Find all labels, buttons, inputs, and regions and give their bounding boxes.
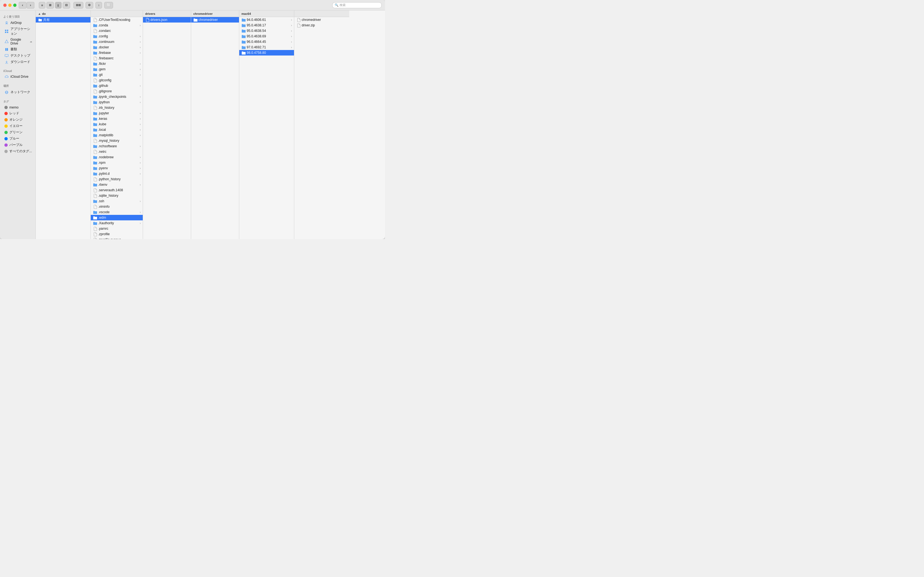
list-item[interactable]: .keras›: [91, 116, 143, 121]
file-icon: [145, 18, 150, 22]
sidebar-item-apps[interactable]: アプリケーション: [1, 26, 34, 37]
maximize-button[interactable]: [13, 3, 16, 7]
list-item[interactable]: .gem›: [91, 66, 143, 72]
folder-icon: [93, 67, 97, 71]
sidebar-item-tag-yellow[interactable]: イエロー: [1, 123, 34, 129]
list-item[interactable]: driver.zip: [294, 23, 349, 28]
sidebar-item-tag-orange[interactable]: オレンジ: [1, 116, 34, 123]
folder-icon: [241, 29, 246, 33]
view-list-button[interactable]: ≡: [39, 2, 45, 8]
list-item[interactable]: .rbenv›: [91, 182, 143, 187]
group-icon: ⊞⊞: [76, 3, 81, 7]
folder-icon: [93, 45, 97, 50]
list-item[interactable]: 95.0.4638.17›: [239, 23, 294, 28]
list-item[interactable]: .matplotlib›: [91, 132, 143, 138]
file-name: 98.0.4758.80: [247, 51, 289, 55]
list-item[interactable]: 97.0.4692.71›: [239, 45, 294, 50]
list-item[interactable]: .kube›: [91, 121, 143, 127]
view-column-button[interactable]: ⫿: [55, 2, 61, 8]
list-item[interactable]: 98.0.4758.80›: [239, 50, 294, 55]
list-item[interactable]: .python_history: [91, 176, 143, 182]
list-item[interactable]: .npm›: [91, 160, 143, 165]
group-button[interactable]: ⊞⊞: [73, 2, 83, 8]
list-item[interactable]: .yarnrc: [91, 226, 143, 231]
list-item[interactable]: .pylint.d›: [91, 171, 143, 176]
search-box[interactable]: 🔍 検索: [332, 2, 382, 8]
list-item[interactable]: .Xauthority›: [91, 220, 143, 226]
list-item[interactable]: .serverauth.1408: [91, 187, 143, 193]
list-item[interactable]: .gitconfig: [91, 77, 143, 83]
sidebar-item-googledrive[interactable]: Google Drive ☁: [1, 37, 34, 46]
list-item[interactable]: .nodebrew›: [91, 155, 143, 160]
sidebar-item-network[interactable]: ネットワーク: [1, 89, 34, 95]
chevron-icon: ›: [139, 62, 142, 65]
list-item[interactable]: 95.0.4638.69›: [239, 34, 294, 39]
sidebar-item-tag-purple[interactable]: パープル: [1, 142, 34, 148]
sidebar-item-airdrop[interactable]: AirDrop: [1, 20, 34, 26]
chevron-icon: ›: [139, 172, 142, 175]
list-item[interactable]: .docker›: [91, 45, 143, 50]
file-icon: [93, 18, 97, 22]
list-item[interactable]: 94.0.4606.61›: [239, 17, 294, 23]
list-item[interactable]: .gitignore: [91, 89, 143, 94]
list-item[interactable]: drivers.json: [143, 17, 191, 23]
list-item[interactable]: 共有 ›: [36, 17, 90, 23]
list-item[interactable]: 96.0.4664.45›: [239, 39, 294, 45]
list-item[interactable]: .ipython›: [91, 100, 143, 105]
list-item[interactable]: .git›: [91, 72, 143, 77]
tag-dot-memo: [5, 106, 8, 109]
list-item[interactable]: .firebaserc: [91, 55, 143, 61]
sidebar-item-downloads[interactable]: ダウンロード: [1, 59, 34, 65]
settings-button[interactable]: ⚙: [86, 2, 93, 8]
sidebar-item-tag-memo[interactable]: memo: [1, 105, 34, 110]
sidebar-item-tag-green[interactable]: グリーン: [1, 129, 34, 135]
list-item[interactable]: .condarc: [91, 28, 143, 34]
list-item[interactable]: .nchsoftware›: [91, 143, 143, 149]
list-item[interactable]: .jupyter›: [91, 110, 143, 116]
sidebar-item-tag-all[interactable]: すべてのタグ...: [1, 148, 34, 155]
list-item[interactable]: .netrc: [91, 149, 143, 155]
folder-icon: [93, 144, 97, 148]
list-item[interactable]: .continuum›: [91, 39, 143, 45]
list-item[interactable]: .ssh›: [91, 198, 143, 204]
list-item[interactable]: .irb_history: [91, 105, 143, 110]
view-cover-button[interactable]: ⊟: [63, 2, 70, 8]
file-name: .zprofile.pysave: [98, 238, 142, 239]
list-item[interactable]: .zprofile.pysave: [91, 237, 143, 239]
folder-icon: [93, 127, 97, 132]
list-item[interactable]: chromedriver›: [191, 17, 239, 23]
sidebar-item-label: すべてのタグ...: [9, 149, 32, 153]
list-item[interactable]: .zprofile: [91, 231, 143, 237]
list-item[interactable]: .viminfo: [91, 204, 143, 210]
action-button[interactable]: ↑: [95, 2, 102, 8]
list-item[interactable]: 95.0.4638.54›: [239, 28, 294, 34]
sidebar-item-books[interactable]: 書類: [1, 46, 34, 53]
list-item[interactable]: .conda›: [91, 23, 143, 28]
list-item[interactable]: .sqlite_history: [91, 193, 143, 198]
list-item[interactable]: .wdm›: [91, 215, 143, 220]
list-item[interactable]: .flickr›: [91, 61, 143, 66]
minimize-button[interactable]: [8, 3, 11, 7]
list-item[interactable]: .vscode›: [91, 210, 143, 215]
close-button[interactable]: [3, 3, 6, 7]
list-item[interactable]: chromedriver: [294, 17, 349, 23]
forward-button[interactable]: ›: [27, 2, 34, 8]
sidebar-item-tag-blue[interactable]: ブルー: [1, 135, 34, 142]
file-icon: [93, 56, 97, 60]
list-item[interactable]: .mysql_history: [91, 138, 143, 143]
list-item[interactable]: .firebase›: [91, 50, 143, 55]
sidebar-item-desktop[interactable]: デスクトップ: [1, 53, 34, 59]
list-item[interactable]: .pyenv›: [91, 165, 143, 171]
share-button[interactable]: ⬜: [104, 2, 113, 8]
sidebar-item-icloud[interactable]: iCloud Drive: [1, 74, 34, 80]
view-icon-button[interactable]: ⊞: [47, 2, 54, 8]
list-item[interactable]: .github›: [91, 83, 143, 89]
sidebar-item-tag-red[interactable]: レッド: [1, 110, 34, 116]
list-item[interactable]: .CFUserTextEncoding: [91, 17, 143, 23]
list-item[interactable]: .config›: [91, 34, 143, 39]
back-button[interactable]: ‹: [19, 2, 26, 8]
file-icon: [93, 89, 97, 93]
list-item[interactable]: .ipynb_checkpoints›: [91, 94, 143, 100]
list-item[interactable]: .local›: [91, 127, 143, 132]
airdrop-icon: [5, 21, 9, 25]
